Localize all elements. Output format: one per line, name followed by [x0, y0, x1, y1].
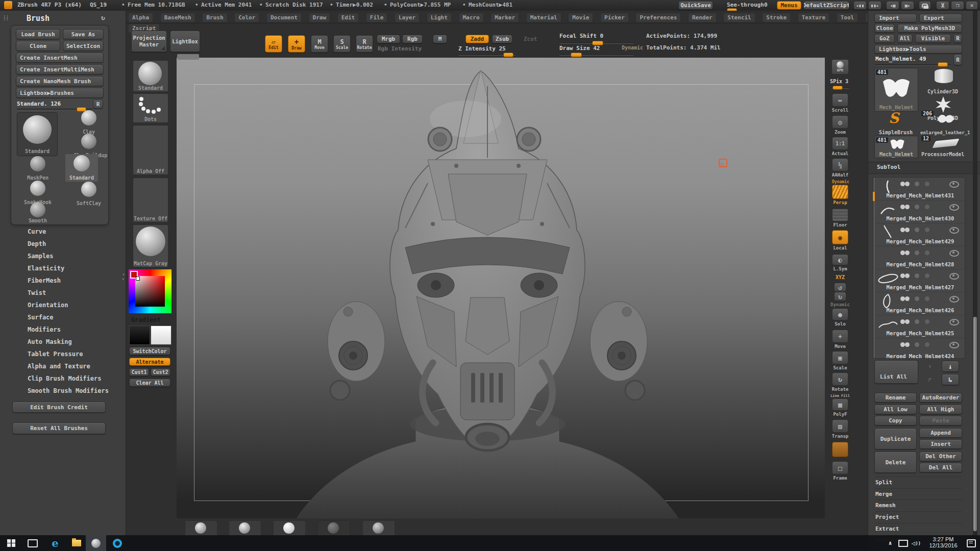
persp-button[interactable]	[832, 185, 848, 199]
reset-all-brushes-button[interactable]: Reset All Brushes	[12, 422, 106, 434]
toggle-icon[interactable]	[915, 251, 919, 255]
menu-preferences[interactable]: Preferences	[635, 13, 681, 22]
section-samples[interactable]: Samples	[28, 253, 109, 259]
tool-thumb-leather[interactable]: 206 enlarged_leather_1	[921, 111, 964, 135]
append-button[interactable]: Append	[919, 428, 962, 438]
make-polymesh3d-button[interactable]: Make PolyMesh3D	[897, 24, 962, 33]
subtool-row[interactable]: Merged_Mech_Helmet426	[876, 292, 965, 315]
polypaint-icon[interactable]	[905, 296, 910, 301]
visibility-eye-icon[interactable]	[949, 181, 959, 188]
projection-master-button[interactable]: Projection Master	[131, 31, 167, 52]
create-nanomesh-brush-button[interactable]: Create NanoMesh Brush	[16, 76, 104, 86]
del-other-button[interactable]: Del Other	[919, 452, 962, 461]
section-fibermesh[interactable]: FiberMesh	[28, 277, 109, 284]
toggle-icon[interactable]	[915, 228, 919, 232]
tool-thumb-processormodel[interactable]: 12 ProcessorModel	[921, 136, 964, 157]
zsub-button[interactable]: Zsub	[492, 35, 512, 43]
polypaint-icon[interactable]	[900, 205, 905, 209]
dynamic-mode-label[interactable]: Dynamic	[622, 45, 643, 51]
menu-marker[interactable]: Marker	[491, 13, 519, 22]
section-depth[interactable]: Depth	[28, 240, 109, 247]
merge-section[interactable]: Merge	[875, 488, 962, 497]
extract-section[interactable]: Extract	[875, 523, 962, 532]
menu-document[interactable]: Document	[266, 13, 302, 22]
toggle-icon[interactable]	[915, 205, 919, 209]
brush-thumb-clay[interactable]: Clay	[74, 110, 104, 135]
brush-thumb-maskpen[interactable]: MaskPen	[22, 156, 53, 181]
spix-handle[interactable]	[832, 86, 843, 90]
quick-tray-tile[interactable]	[185, 520, 217, 536]
brush-thumb-snakehook[interactable]: SnakeHook	[22, 181, 53, 205]
section-modifiers[interactable]: Modifiers	[28, 326, 109, 333]
menu-light[interactable]: Light	[427, 13, 452, 22]
viewport-canvas[interactable]	[177, 58, 825, 518]
tool-thumb-mech-helmet2[interactable]: 481 Mech_Helmet	[874, 136, 918, 158]
subtool-row[interactable]: Merged_Mech_Helmet427	[876, 269, 965, 292]
goz-all-button[interactable]: All	[897, 34, 913, 43]
subtool-down-button[interactable]: ↓	[942, 361, 959, 372]
quick-tray-tile[interactable]	[273, 520, 306, 536]
current-alpha-tile[interactable]: Alpha Off	[133, 125, 168, 175]
next-ui-icon[interactable]: ▣▸	[901, 1, 914, 10]
section-orientation[interactable]: Orientation	[28, 302, 109, 308]
menu-tool[interactable]: Tool	[837, 13, 859, 22]
secondary-color-swatch[interactable]	[151, 325, 172, 345]
color-picker-square[interactable]	[135, 276, 165, 307]
tool-thumb-cylinder3d[interactable]: Cylinder3D	[921, 68, 964, 96]
all-low-button[interactable]: All Low	[874, 405, 917, 414]
toggle-icon[interactable]	[925, 228, 929, 232]
del-all-button[interactable]: Del All	[919, 463, 962, 472]
section-elasticity[interactable]: Elasticity	[28, 265, 109, 271]
clear-all-button[interactable]: Clear All	[129, 379, 170, 387]
network-tray-icon[interactable]	[896, 535, 910, 551]
brush-thumb-softclay[interactable]: SoftClay	[74, 182, 104, 206]
rename-button[interactable]: Rename	[874, 393, 917, 403]
menu-stencil[interactable]: Stencil	[723, 13, 755, 22]
local-button[interactable]: ◉	[832, 230, 848, 244]
main-color-swatch[interactable]	[129, 325, 150, 345]
menu-texture[interactable]: Texture	[798, 13, 829, 22]
scale-button[interactable]: SScale	[333, 35, 351, 53]
tray-overflow-caret[interactable]: ∧	[884, 535, 896, 551]
polypaint-icon[interactable]	[900, 182, 905, 186]
toggle-icon[interactable]	[925, 319, 929, 324]
restore-button[interactable]: ❐	[951, 1, 964, 10]
minimize-button[interactable]: ⊻	[936, 1, 949, 10]
subtool-header[interactable]: SubTool	[868, 162, 980, 174]
tray-handle[interactable]	[177, 54, 199, 60]
left-tray-close-icon[interactable]: ◂▮▮	[853, 1, 867, 10]
autoreorder-button[interactable]: AutoReorder	[919, 393, 962, 403]
current-material-tile[interactable]: MatCap Gray	[133, 224, 168, 267]
toggle-icon[interactable]	[925, 182, 929, 186]
solo-button[interactable]: ●	[832, 308, 848, 320]
frame-button[interactable]: □	[832, 461, 848, 474]
clone-brush-button[interactable]: Clone	[16, 41, 60, 51]
polypaint-icon[interactable]	[905, 251, 910, 255]
zcut-button[interactable]: Zcut	[524, 36, 537, 42]
visibility-eye-icon[interactable]	[949, 227, 959, 234]
goz-visible-button[interactable]: Visible	[915, 34, 951, 43]
toggle-icon[interactable]	[925, 342, 929, 347]
polypaint-icon[interactable]	[905, 342, 910, 347]
file-explorer-taskbar-icon[interactable]	[66, 535, 87, 551]
ghost-button[interactable]	[832, 442, 848, 457]
rgb-button[interactable]: Rgb	[402, 35, 423, 43]
color-picker[interactable]	[129, 269, 172, 313]
switch-color-button[interactable]: SwitchColor	[129, 347, 170, 355]
polypaint-icon[interactable]	[905, 273, 910, 278]
xyz-button[interactable]: XYZ	[831, 274, 849, 280]
cust2-button[interactable]: Cust2	[151, 368, 170, 376]
task-view-button[interactable]	[22, 535, 43, 551]
section-surface[interactable]: Surface	[28, 314, 109, 320]
paste-button[interactable]: Paste	[919, 416, 962, 425]
polypaint-icon[interactable]	[905, 319, 910, 324]
move-button[interactable]: MMove	[311, 35, 328, 53]
toggle-icon[interactable]	[915, 319, 919, 324]
menu-picker[interactable]: Picker	[600, 13, 629, 22]
aahalf-button[interactable]: ½	[832, 158, 848, 171]
quick-tray-tile[interactable]	[317, 520, 350, 536]
brush-thumb-standard2[interactable]: Standard	[65, 154, 98, 182]
start-button[interactable]	[1, 535, 21, 551]
subtool-movedown-button[interactable]: ↳	[942, 374, 959, 385]
zadd-button[interactable]: Zadd	[465, 35, 489, 43]
